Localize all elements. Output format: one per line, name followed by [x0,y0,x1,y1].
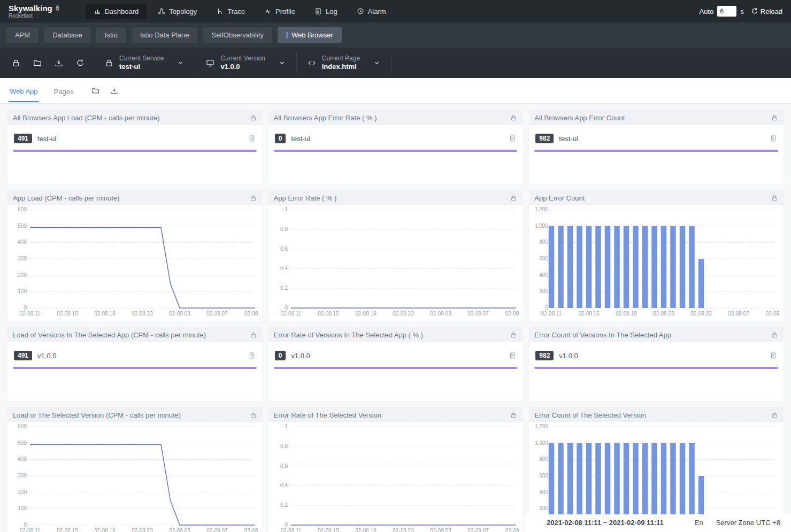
auto-interval-input[interactable] [717,6,736,17]
panels-grid: All Browsers App Load (CPM - calls per m… [0,104,791,532]
refresh-button[interactable] [76,59,85,67]
export-button[interactable] [55,59,63,67]
trace-icon [216,7,224,15]
panel-header: All Browsers App Error Count [529,110,784,125]
svg-text:200: 200 [18,489,27,495]
tab-web-app[interactable]: Web App [9,79,39,102]
tab-label: Database [52,31,82,39]
panel-header: App Load (CPM - calls per minute) [7,190,262,205]
metric-name: v1.0.0 [291,352,503,360]
current-page-selector[interactable]: Current Page index.html [297,53,391,73]
nav-item-dashboard[interactable]: Dashboard [86,4,147,19]
clipboard-icon[interactable] [248,352,256,359]
svg-text:600: 600 [18,206,27,212]
svg-text:02-08 23: 02-08 23 [132,528,153,532]
svg-text:02-09 07: 02-09 07 [467,528,489,532]
svg-text:100: 100 [18,288,27,294]
svg-text:0.2: 0.2 [280,502,288,508]
svg-text:0: 0 [546,305,549,311]
svg-text:02-09 03: 02-09 03 [169,311,190,317]
lock-icon[interactable] [250,412,257,419]
dashboard-tab-web-browser[interactable]: Web Browser [278,27,342,43]
svg-text:1,000: 1,000 [535,440,548,446]
nav-label: Alarm [368,7,386,16]
lock-icon[interactable] [250,331,257,338]
nav-item-topology[interactable]: Topology [150,4,205,19]
svg-text:02-08 15: 02-08 15 [57,528,78,532]
svg-text:400: 400 [540,489,549,495]
current-service-selector[interactable]: Current Service test-ui [94,53,195,73]
svg-text:0: 0 [285,305,288,311]
metric-value-badge: 0 [275,134,286,143]
lock-icon[interactable] [771,114,778,121]
lock-icon[interactable] [510,412,517,419]
auto-unit: s [740,7,744,16]
svg-text:02-08 15: 02-08 15 [579,311,600,317]
lock-icon[interactable] [510,114,517,121]
lock-icon[interactable] [510,195,517,202]
logo-title: Skywalking [9,4,52,13]
svg-text:400: 400 [18,456,27,462]
reload-label: Reload [761,7,782,16]
panel-app-load-chart: App Load (CPM - calls per minute) 010020… [7,190,262,321]
clipboard-icon[interactable] [509,352,516,359]
lock-icon[interactable] [771,195,778,202]
panel-header: Error Count of Versions In The Selected … [529,327,784,342]
nav-item-profile[interactable]: Profile [256,4,303,19]
nav-item-alarm[interactable]: Alarm [349,4,394,19]
svg-text:02-08 15: 02-08 15 [57,311,78,317]
reload-button[interactable]: Reload [751,7,782,16]
dashboard-tab-istio-data-plane[interactable]: Istio Data Plane [132,27,198,43]
dashboard-tab-apm[interactable]: APM [6,27,39,43]
svg-text:02-08 19: 02-08 19 [94,528,116,532]
export-icon[interactable] [110,87,118,95]
topology-icon [158,7,165,15]
tab-pages[interactable]: Pages [53,80,75,102]
auto-label: Auto [700,7,714,16]
tab-label: Web Browser [291,31,333,39]
time-range[interactable]: 2021-02-08 11:11 ~ 2021-02-09 11:11 [547,519,664,527]
dashboard-tab-istio[interactable]: Istio [96,27,126,43]
metric-value-badge: 0 [275,351,286,360]
panel-header: All Browsers App Load (CPM - calls per m… [7,110,262,125]
app-logo[interactable]: Skywalking Rocketbot [9,4,61,19]
dashboard-tab-database[interactable]: Database [44,27,91,43]
clipboard-icon[interactable] [770,352,777,359]
folder-icon[interactable] [91,87,99,95]
dashboard-tab-selfobservability[interactable]: SelfObservability [203,27,272,43]
lock-icon[interactable] [250,195,257,202]
svg-text:02-09 11: 02-09 11 [244,528,259,532]
alarm-icon [357,7,364,15]
nav-item-trace[interactable]: Trace [208,4,253,19]
import-button[interactable] [33,59,42,67]
lock-icon[interactable] [250,114,257,121]
selector-value: index.html [322,63,360,71]
svg-text:0: 0 [285,522,288,528]
app-load-line-chart: 010020030040050060002-08 1102-08 1502-08… [9,206,259,319]
lock-icon[interactable] [771,331,778,338]
rocket-icon [54,5,61,12]
selector-value: test-ui [119,63,164,71]
metric-value-badge: 491 [14,134,32,143]
current-version-selector[interactable]: Current Version v1.0.0 [195,53,296,73]
svg-text:02-08 11: 02-08 11 [280,311,301,317]
lock-icon[interactable] [771,412,778,419]
main-nav: Dashboard Topology Trace Profile Log Ala… [86,4,394,19]
clipboard-icon[interactable] [509,135,516,142]
metric-row: 982 v1.0.0 [529,342,784,366]
svg-text:300: 300 [18,256,27,261]
clipboard-icon[interactable] [770,135,777,142]
lock-icon[interactable] [510,331,517,338]
language-toggle[interactable]: En [695,519,703,527]
chevron-down-icon [373,59,380,66]
svg-text:02-08 11: 02-08 11 [20,311,41,317]
tab-label: Istio Data Plane [140,31,189,39]
panel-app-error-rate-chart: App Error Rate ( % ) 00.20.40.60.8102-08… [268,190,523,321]
panel-all-browsers-app-load: All Browsers App Load (CPM - calls per m… [7,110,262,184]
clipboard-icon[interactable] [248,135,256,142]
lock-edit-button[interactable] [12,59,20,67]
panel-header: App Error Rate ( % ) [268,190,523,205]
selector-label: Current Version [220,55,265,63]
svg-text:0: 0 [24,522,27,528]
nav-item-log[interactable]: Log [306,4,345,19]
